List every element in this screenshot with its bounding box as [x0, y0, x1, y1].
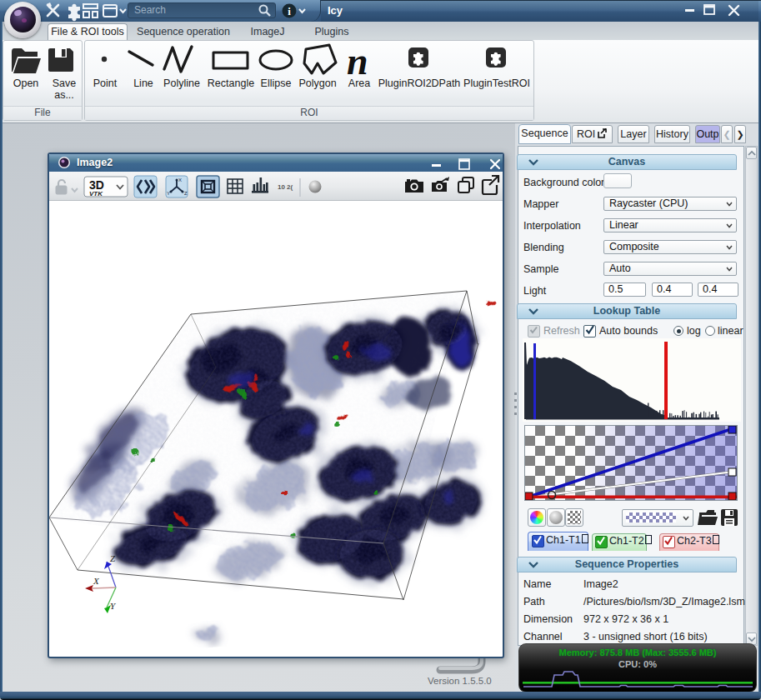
svg-text:Y: Y — [167, 191, 170, 196]
svg-text:n: n — [347, 40, 368, 82]
svg-text:i: i — [288, 5, 291, 18]
svg-text:X: X — [93, 576, 100, 586]
svg-text:VTK: VTK — [89, 190, 103, 198]
svg-text:Z: Z — [184, 191, 188, 196]
svg-text:X: X — [178, 178, 182, 182]
svg-text:Z: Z — [110, 553, 116, 563]
svg-text:10 2(: 10 2( — [278, 183, 293, 191]
svg-text:Y: Y — [110, 601, 117, 611]
